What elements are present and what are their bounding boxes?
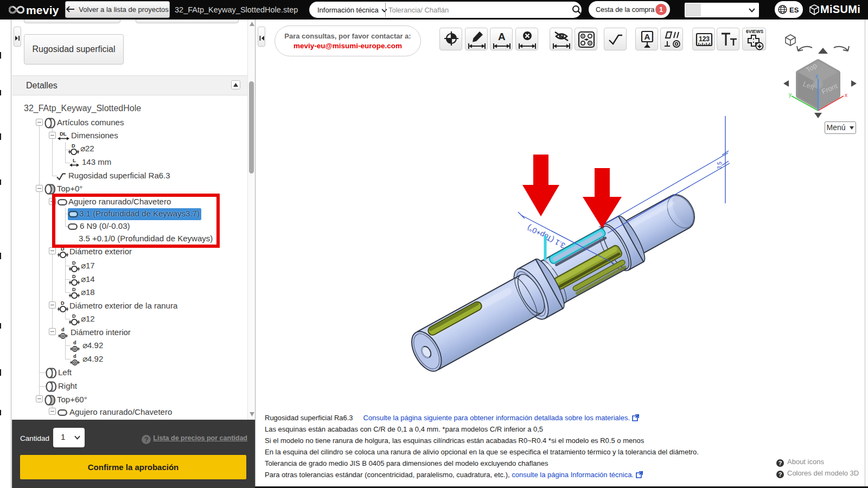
svg-text:d: d (61, 327, 65, 332)
svg-text:L: L (73, 157, 76, 163)
svg-text:D: D (72, 260, 76, 266)
svg-text:D: D (72, 287, 76, 292)
svg-text:6VIEWS: 6VIEWS (746, 29, 763, 34)
svg-text:D: D (72, 274, 76, 279)
svg-text:d: d (73, 354, 76, 359)
svg-text:A: A (644, 32, 650, 41)
svg-text:d: d (73, 340, 76, 345)
svg-text:D: D (72, 313, 76, 319)
svg-text:123: 123 (699, 35, 710, 43)
svg-text:x: x (845, 92, 847, 98)
svg-text:A: A (498, 31, 506, 42)
svg-text:y: y (789, 92, 792, 98)
svg-text:3.5: 3.5 (717, 162, 723, 169)
svg-text:D: D (61, 300, 65, 306)
svg-text:D: D (72, 143, 75, 149)
svg-text:DL: DL (60, 131, 67, 137)
svg-text:z: z (815, 73, 818, 79)
